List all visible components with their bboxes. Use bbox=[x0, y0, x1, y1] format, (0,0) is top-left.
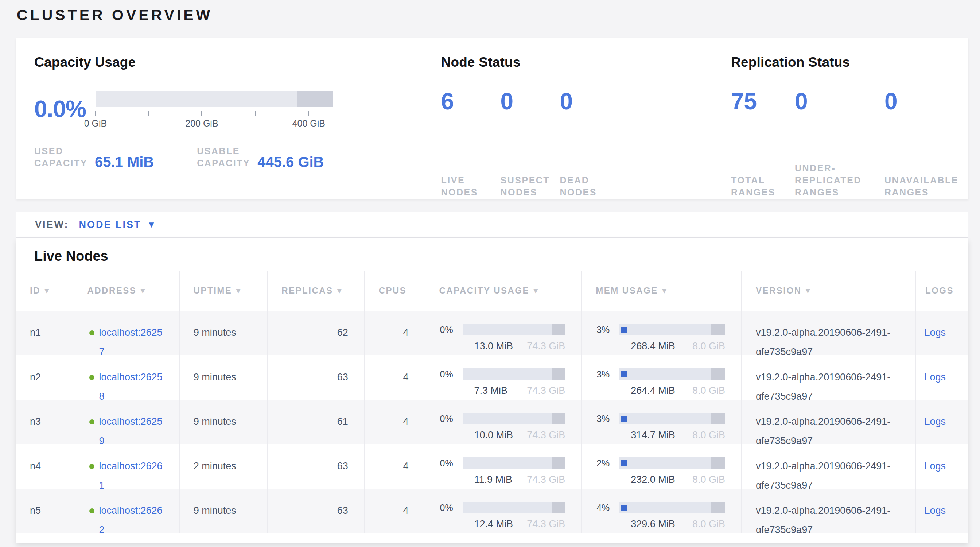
view-selector-bar: VIEW: NODE LIST ▼ bbox=[16, 212, 968, 238]
node-logs-cell: Logs bbox=[915, 311, 968, 355]
mem-percent: 4% bbox=[597, 502, 619, 514]
table-row: n2 localhost:26258 9 minutes 63 4 0% bbox=[16, 355, 968, 400]
node-address-link[interactable]: localhost:26261 bbox=[99, 456, 167, 489]
table-row: n4 localhost:26261 2 minutes 63 4 0% bbox=[16, 444, 968, 489]
cluster-summary-card: Capacity Usage 0.0% 0 GiB 200 GiB 400 Gi… bbox=[16, 38, 968, 199]
mem-bar-dark-segment bbox=[711, 324, 725, 336]
view-dropdown-value[interactable]: NODE LIST bbox=[79, 219, 142, 231]
capacity-bar-track bbox=[463, 324, 565, 336]
live-nodes-title: Live Nodes bbox=[16, 238, 968, 270]
column-header-replicas[interactable]: REPLICAS ▾ bbox=[267, 270, 364, 311]
sort-desc-icon: ▾ bbox=[662, 286, 667, 295]
node-live-status-icon bbox=[89, 375, 94, 380]
mem-bar-dark-segment bbox=[711, 413, 725, 425]
node-address-cell: localhost:26261 bbox=[73, 444, 179, 489]
replication-status-title: Replication Status bbox=[731, 55, 968, 70]
logs-link[interactable]: Logs bbox=[924, 416, 946, 427]
mem-percent: 2% bbox=[597, 457, 619, 469]
column-header-capacity-usage[interactable]: CAPACITY USAGE ▾ bbox=[425, 270, 582, 311]
mem-bar-track bbox=[619, 368, 725, 380]
column-header-address[interactable]: ADDRESS ▾ bbox=[73, 270, 179, 311]
column-header-uptime[interactable]: UPTIME ▾ bbox=[179, 270, 267, 311]
node-version: v19.2.0-alpha.20190606-2491-gfe735c9a97 bbox=[741, 489, 915, 533]
node-logs-cell: Logs bbox=[915, 489, 968, 533]
column-header-mem-usage[interactable]: MEM USAGE ▾ bbox=[581, 270, 741, 311]
node-capacity-usage: 0% 7.3 MiB 74.3 GiB bbox=[425, 355, 582, 400]
node-replicas: 63 bbox=[267, 444, 364, 489]
mem-used-value: 268.4 MiB bbox=[631, 340, 675, 351]
mem-total-value: 8.0 GiB bbox=[692, 474, 725, 485]
suspect-nodes-count: 0 bbox=[501, 88, 560, 114]
capacity-percent: 0% bbox=[440, 324, 463, 336]
node-address-link[interactable]: localhost:26258 bbox=[99, 367, 167, 400]
mem-total-value: 8.0 GiB bbox=[692, 340, 725, 351]
capacity-bar-track bbox=[463, 413, 565, 425]
capacity-usage-bar: 0 GiB 200 GiB 400 GiB bbox=[95, 89, 333, 129]
suspect-nodes-stat: 0 SUSPECT NODES bbox=[501, 88, 560, 199]
logs-link[interactable]: Logs bbox=[924, 461, 946, 472]
live-nodes-stat: 6 LIVE NODES bbox=[441, 88, 501, 199]
node-uptime: 9 minutes bbox=[179, 311, 267, 355]
axis-tick bbox=[95, 111, 96, 116]
capacity-percent: 0% bbox=[440, 457, 463, 469]
usable-capacity-stat: USABLE CAPACITY 445.6 GiB bbox=[197, 145, 324, 169]
logs-link[interactable]: Logs bbox=[924, 327, 946, 338]
table-row: n3 localhost:26259 9 minutes 61 4 0% bbox=[16, 400, 968, 444]
capacity-used-value: 10.0 MiB bbox=[474, 429, 513, 440]
sort-desc-icon: ▾ bbox=[806, 286, 811, 295]
mem-percent: 3% bbox=[597, 413, 619, 425]
column-header-id[interactable]: ID ▾ bbox=[16, 270, 73, 311]
clipped-table-row bbox=[16, 533, 968, 542]
mem-bar-track bbox=[619, 324, 725, 336]
used-capacity-label: USED CAPACITY bbox=[34, 145, 88, 169]
capacity-bar-dark-segment bbox=[552, 324, 565, 336]
table-body: n1 localhost:26257 9 minutes 62 4 0% bbox=[16, 311, 968, 542]
unavailable-label: UNAVAILABLE RANGES bbox=[885, 174, 968, 199]
mem-used-value: 314.7 MiB bbox=[631, 429, 675, 440]
capacity-total-value: 74.3 GiB bbox=[527, 340, 565, 351]
suspect-nodes-label: SUSPECT NODES bbox=[501, 174, 560, 199]
mem-bar-fill bbox=[621, 460, 627, 466]
node-address-cell: localhost:26257 bbox=[73, 311, 179, 355]
column-header-version[interactable]: VERSION ▾ bbox=[741, 270, 915, 311]
node-address-link[interactable]: localhost:26259 bbox=[99, 412, 167, 444]
mem-bar-track bbox=[619, 413, 725, 425]
capacity-bar-dark-segment bbox=[552, 502, 565, 514]
node-cpus: 4 bbox=[364, 400, 425, 444]
axis-tick bbox=[309, 111, 309, 116]
node-mem-usage: 4% 329.6 MiB 8.0 GiB bbox=[581, 489, 741, 533]
node-capacity-usage: 0% 11.9 MiB 74.3 GiB bbox=[425, 444, 582, 489]
total-ranges-stat: 75 TOTAL RANGES bbox=[731, 88, 795, 199]
node-id: n3 bbox=[16, 400, 73, 444]
capacity-percent: 0% bbox=[440, 413, 463, 425]
node-capacity-usage: 0% 13.0 MiB 74.3 GiB bbox=[425, 311, 582, 355]
node-live-status-icon bbox=[89, 508, 94, 514]
capacity-percent: 0% bbox=[440, 368, 463, 380]
replication-status-section: Replication Status 75 TOTAL RANGES 0 UND… bbox=[731, 55, 968, 199]
sort-desc-icon: ▾ bbox=[236, 286, 241, 295]
under-replicated-count: 0 bbox=[795, 88, 885, 114]
capacity-total-value: 74.3 GiB bbox=[527, 385, 565, 396]
table-row: n5 localhost:26262 9 minutes 63 4 0% bbox=[16, 489, 968, 533]
column-header-cpus[interactable]: CPUS bbox=[364, 270, 425, 311]
node-cpus: 4 bbox=[364, 444, 425, 489]
axis-tick bbox=[201, 111, 202, 116]
mem-used-value: 329.6 MiB bbox=[631, 518, 675, 530]
usable-capacity-value: 445.6 GiB bbox=[258, 154, 324, 170]
logs-link[interactable]: Logs bbox=[924, 372, 946, 383]
node-mem-usage: 3% 314.7 MiB 8.0 GiB bbox=[581, 400, 741, 444]
node-replicas: 63 bbox=[267, 355, 364, 400]
node-address-link[interactable]: localhost:26257 bbox=[99, 323, 167, 355]
live-nodes-card: Live Nodes ID ▾ ADDRESS ▾ UPTIME ▾ REPLI… bbox=[16, 238, 968, 542]
node-mem-usage: 2% 232.0 MiB 8.0 GiB bbox=[581, 444, 741, 489]
node-address-cell: localhost:26258 bbox=[73, 355, 179, 400]
capacity-used-value: 13.0 MiB bbox=[474, 340, 513, 351]
capacity-bar-track bbox=[463, 502, 565, 514]
axis-tick-label: 0 GiB bbox=[84, 118, 107, 129]
sort-desc-icon: ▾ bbox=[534, 286, 538, 295]
node-logs-cell: Logs bbox=[915, 444, 968, 489]
logs-link[interactable]: Logs bbox=[924, 505, 946, 516]
node-address-link[interactable]: localhost:26262 bbox=[99, 501, 167, 533]
axis-tick-label: 200 GiB bbox=[185, 118, 218, 129]
view-dropdown[interactable]: NODE LIST ▼ bbox=[79, 219, 156, 231]
